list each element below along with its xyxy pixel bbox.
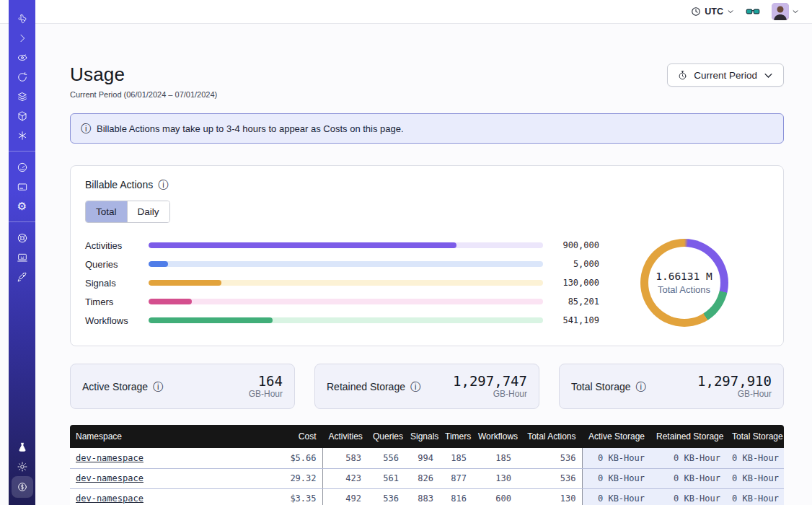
tab-total[interactable]: Total: [86, 201, 127, 222]
info-icon[interactable]: ⓘ: [636, 382, 646, 392]
billable-actions-bar-chart: Activities900,000Queries5,000Signals130,…: [85, 236, 599, 330]
clock-icon: [691, 6, 701, 17]
bar-row-signals: Signals130,000: [85, 273, 599, 292]
flask-icon[interactable]: [12, 437, 32, 457]
column-header-total-actions: Total Actions: [517, 425, 582, 448]
sidebar: ⚙: [9, 0, 35, 505]
bar-row-timers: Timers85,201: [85, 292, 599, 311]
user-menu[interactable]: [772, 3, 799, 20]
glasses-icon[interactable]: [746, 4, 760, 19]
bar-row-workflows: Workflows541,109: [85, 311, 599, 330]
sidebar-divider: [9, 151, 35, 152]
info-icon[interactable]: ⓘ: [153, 382, 163, 392]
column-header-workflows: Workflows: [472, 425, 517, 448]
chevron-down-icon: [792, 8, 799, 15]
bar-label: Signals: [85, 278, 149, 289]
active-storage-value: 164: [249, 374, 283, 389]
total-actions-value: 1.66131 M: [656, 271, 712, 282]
layers-icon[interactable]: [12, 87, 32, 106]
namespace-cell: dev-namespace: [70, 468, 229, 488]
column-header-signals: Signals: [405, 425, 439, 448]
tab-daily[interactable]: Daily: [127, 201, 169, 222]
rocket-icon[interactable]: [12, 267, 32, 286]
table-row: dev-namespace$5.665835569941851855360 KB…: [70, 448, 784, 468]
namespace-cell: dev-namespace: [70, 448, 229, 468]
table-cell: 0 KB-Hour: [650, 468, 726, 488]
table-cell: 994: [405, 448, 439, 468]
bar-track: [149, 280, 543, 286]
namespace-link[interactable]: dev-namespace: [76, 473, 144, 483]
topbar: UTC: [0, 0, 812, 24]
period-dropdown-button[interactable]: Current Period: [667, 63, 784, 87]
table-cell: $5.66: [229, 448, 322, 468]
info-icon[interactable]: ⓘ: [410, 382, 420, 392]
monitor-icon[interactable]: [12, 247, 32, 267]
stopwatch-icon: [677, 70, 688, 81]
bar-value: 541,109: [543, 315, 599, 325]
namespace-link[interactable]: dev-namespace: [76, 453, 144, 463]
table-cell: 0 KB-Hour: [726, 448, 784, 468]
bar-value: 130,000: [543, 278, 599, 288]
avatar: [772, 3, 789, 20]
total-storage-card: Total Storage ⓘ 1,297,910 GB-Hour: [559, 364, 784, 409]
lifebuoy-icon[interactable]: [12, 228, 32, 247]
chevron-right-icon[interactable]: [12, 28, 32, 48]
table-cell: 536: [517, 468, 582, 488]
column-header-activities: Activities: [322, 425, 367, 448]
column-header-cost: Cost: [229, 425, 322, 448]
history-arrow-icon[interactable]: [12, 67, 32, 87]
table-cell: 0 KB-Hour: [726, 488, 784, 505]
billable-view-tabs: Total Daily: [85, 201, 170, 223]
bar-row-activities: Activities900,000: [85, 236, 599, 255]
bar-value: 5,000: [543, 259, 599, 269]
table-cell: 0 KB-Hour: [650, 488, 726, 505]
bar-value: 85,201: [543, 297, 599, 307]
table-cell: 0 KB-Hour: [582, 448, 650, 468]
dollar-coin-icon[interactable]: [12, 476, 33, 498]
bar-fill: [149, 317, 273, 323]
table-row: dev-namespace29.324235618268771305360 KB…: [70, 468, 784, 488]
bar-row-queries: Queries5,000: [85, 255, 599, 273]
namespace-link[interactable]: dev-namespace: [76, 493, 144, 504]
bar-track: [149, 317, 543, 323]
bar-label: Activities: [85, 240, 149, 251]
bar-fill: [149, 261, 168, 267]
table-cell: 536: [517, 448, 582, 468]
info-icon: ⓘ: [81, 123, 91, 133]
info-icon[interactable]: ⓘ: [158, 180, 168, 190]
bar-fill: [149, 242, 456, 248]
info-banner: ⓘ Billable Actions may take up to 3-4 ho…: [70, 113, 784, 144]
active-storage-card: Active Storage ⓘ 164 GB-Hour: [70, 364, 295, 409]
bar-label: Workflows: [85, 315, 149, 326]
total-actions-donut-chart: 1.66131 M Total Actions: [640, 239, 728, 327]
bar-label: Timers: [85, 297, 149, 307]
gear-icon[interactable]: ⚙: [12, 196, 32, 216]
period-dropdown-label: Current Period: [694, 70, 757, 81]
table-cell: 423: [322, 468, 367, 488]
table-cell: 492: [322, 488, 367, 505]
column-header-total-storage: Total Storage: [726, 425, 784, 448]
table-cell: 600: [472, 488, 517, 505]
chevron-down-icon: [727, 8, 734, 15]
sidebar-divider: [9, 221, 35, 222]
table-cell: 536: [367, 488, 405, 505]
gauge-icon[interactable]: [12, 157, 32, 177]
column-header-namespace: Namespace: [70, 425, 229, 448]
page-title: Usage: [70, 63, 217, 86]
billable-actions-title: Billable Actions: [85, 179, 153, 190]
cube-icon[interactable]: [12, 106, 32, 126]
asterisk-icon[interactable]: [12, 126, 32, 145]
column-header-active-storage: Active Storage: [582, 425, 650, 448]
column-header-retained-storage: Retained Storage: [650, 425, 726, 448]
active-storage-unit: GB-Hour: [249, 389, 283, 399]
total-actions-label: Total Actions: [658, 284, 710, 295]
sun-icon[interactable]: [12, 457, 32, 476]
temporal-logo-icon[interactable]: [12, 9, 32, 28]
timezone-selector[interactable]: UTC: [691, 6, 734, 17]
table-cell: 0 KB-Hour: [726, 468, 784, 488]
bar-label: Queries: [85, 259, 149, 270]
retained-storage-label: Retained Storage: [327, 381, 405, 392]
retained-storage-card: Retained Storage ⓘ 1,297,747 GB-Hour: [314, 364, 539, 409]
credit-card-icon[interactable]: [12, 177, 32, 196]
eye-icon[interactable]: [12, 48, 32, 67]
